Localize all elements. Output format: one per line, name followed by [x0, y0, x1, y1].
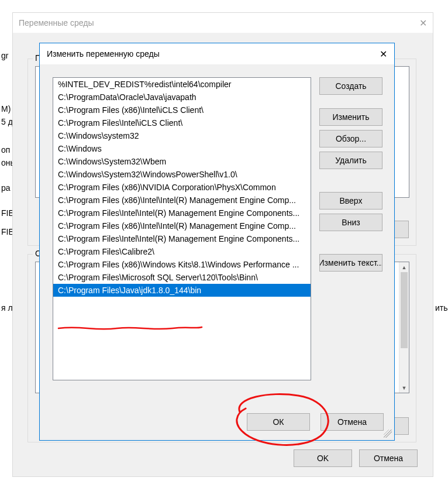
move-up-button[interactable]: Вверх — [319, 192, 382, 210]
child-ok-button[interactable]: ОК — [247, 413, 310, 431]
bg-link-frag[interactable]: я л — [1, 303, 13, 313]
bg-link-frag[interactable]: ить — [435, 303, 448, 313]
close-icon[interactable]: ✕ — [380, 49, 387, 60]
path-item[interactable]: C:\Program Files\Intel\Intel(R) Manageme… — [53, 207, 311, 219]
path-listbox[interactable]: %INTEL_DEV_REDIST%redist\intel64\compile… — [53, 77, 311, 380]
edit-env-var-dialog: Изменить переменную среды ✕ %INTEL_DEV_R… — [39, 43, 395, 441]
path-item[interactable]: C:\ProgramData\Oracle\Java\javapath — [53, 91, 311, 104]
path-item[interactable]: C:\Windows\System32\Wbem — [53, 155, 311, 168]
bg-frag: 5 д — [1, 117, 13, 126]
path-item[interactable]: C:\Program Files\Java\jdk1.8.0_144\bin — [53, 284, 311, 297]
scroll-down-icon[interactable]: ▼ — [399, 383, 409, 393]
path-item[interactable]: C:\Program Files\Microsoft SQL Server\12… — [53, 271, 311, 284]
path-item[interactable]: C:\Program Files (x86)\Intel\Intel(R) Ma… — [53, 219, 311, 232]
path-item[interactable]: C:\Program Files\Intel\Intel(R) Manageme… — [53, 232, 311, 245]
parent-title: Переменные среды — [19, 18, 94, 28]
side-button-column: Создать Изменить Обзор... Удалить Вверх … — [319, 77, 382, 276]
path-item[interactable]: C:\Program Files (x86)\Intel\Intel(R) Ma… — [53, 194, 311, 207]
close-icon[interactable]: ✕ — [419, 18, 427, 29]
browse-button[interactable]: Обзор... — [319, 130, 382, 147]
create-button[interactable]: Создать — [319, 77, 382, 95]
scroll-up-icon[interactable]: ▲ — [399, 262, 409, 272]
path-item[interactable]: %INTEL_DEV_REDIST%redist\intel64\compile… — [53, 78, 311, 91]
path-item[interactable]: C:\Program Files (x86)\Intel\iCLS Client… — [53, 104, 311, 116]
move-down-button[interactable]: Вниз — [319, 214, 382, 231]
scrollbar[interactable]: ▲ ▼ — [399, 262, 409, 393]
bg-frag: ра — [1, 183, 11, 193]
bg-frag: gr — [1, 51, 8, 60]
path-item[interactable]: C:\Program Files\Calibre2\ — [53, 245, 311, 258]
parent-titlebar: Переменные среды ✕ — [13, 13, 433, 33]
path-item[interactable]: C:\Windows — [53, 142, 311, 155]
child-cancel-button[interactable]: Отмена — [321, 413, 384, 431]
edit-text-button[interactable]: Изменить текст... — [319, 254, 382, 272]
parent-cancel-button[interactable]: Отмена — [359, 449, 418, 467]
edit-button[interactable]: Изменить — [319, 108, 382, 126]
path-item[interactable]: C:\Windows\system32 — [53, 129, 311, 142]
path-item[interactable]: C:\Windows\System32\WindowsPowerShell\v1… — [53, 168, 311, 181]
path-item[interactable]: C:\Program Files (x86)\Windows Kits\8.1\… — [53, 258, 311, 271]
delete-button[interactable]: Удалить — [319, 152, 382, 169]
child-titlebar: Изменить переменную среды ✕ — [40, 43, 394, 64]
child-title: Изменить переменную среды — [47, 49, 160, 59]
parent-ok-button[interactable]: OK — [294, 449, 352, 467]
path-item[interactable]: C:\Program Files\Intel\iCLS Client\ — [53, 116, 311, 129]
bg-frag: M) — [1, 104, 11, 114]
scroll-thumb[interactable] — [401, 272, 408, 348]
resize-grip-icon[interactable] — [384, 430, 392, 438]
path-item[interactable]: C:\Program Files (x86)\NVIDIA Corporatio… — [53, 181, 311, 194]
bg-frag: оп — [1, 145, 10, 154]
